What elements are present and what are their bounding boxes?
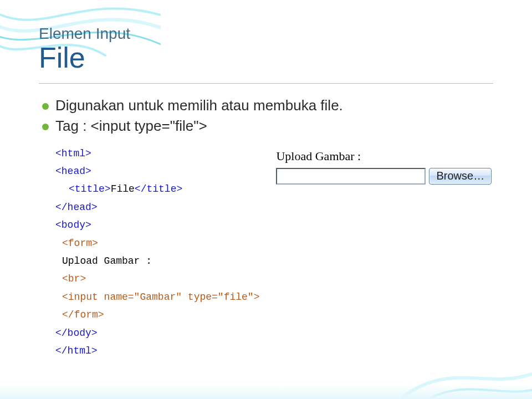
render-preview: Upload Gambar : Browse… bbox=[259, 145, 493, 185]
code-line: <body> bbox=[55, 216, 259, 234]
browse-button[interactable]: Browse… bbox=[429, 168, 492, 185]
heading-eyebrow: Elemen Input bbox=[39, 25, 493, 43]
code-line: <html> bbox=[55, 145, 259, 162]
code-line: </head> bbox=[55, 198, 259, 216]
footer-accent bbox=[0, 385, 532, 399]
heading-rule bbox=[39, 83, 493, 84]
code-line: <form> bbox=[55, 234, 259, 252]
preview-label: Upload Gambar : bbox=[276, 149, 493, 163]
bullet-list: Digunakan untuk memilih atau membuka fil… bbox=[39, 97, 493, 135]
bullet-item: Digunakan untuk memilih atau membuka fil… bbox=[39, 97, 493, 114]
code-line: <br> bbox=[55, 270, 259, 288]
heading-title: File bbox=[39, 43, 493, 73]
file-path-input[interactable] bbox=[276, 168, 426, 185]
code-line: <head> bbox=[55, 162, 259, 180]
code-line: Upload Gambar : bbox=[55, 252, 259, 270]
code-line: </body> bbox=[55, 324, 259, 342]
bullet-item: Tag : <input type="file"> bbox=[39, 117, 493, 135]
code-line: <input name="Gambar" type="file"> bbox=[55, 288, 259, 306]
code-line: <title>File</title> bbox=[55, 180, 259, 198]
file-widget: Browse… bbox=[276, 168, 493, 185]
code-line: </form> bbox=[55, 306, 259, 324]
code-block: <html><head><title>File</title></head><b… bbox=[39, 145, 259, 360]
code-line: </html> bbox=[55, 342, 259, 360]
slide: Elemen Input File Digunakan untuk memili… bbox=[0, 0, 532, 399]
